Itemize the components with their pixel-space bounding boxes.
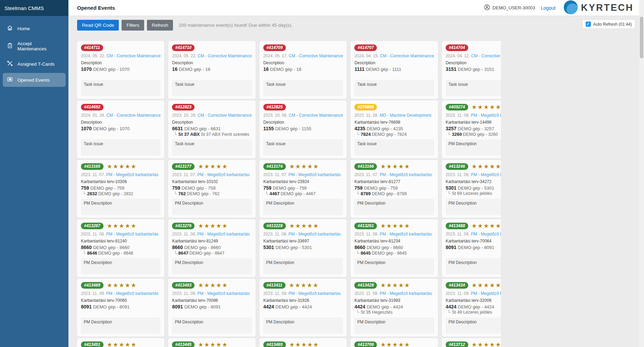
scrollbar-thumb[interactable] <box>640 17 643 58</box>
event-type-link[interactable]: PM - Megelőző karbantartás <box>471 172 501 177</box>
event-id-badge: #413434 <box>446 282 468 289</box>
machine-name: DEMO gép - 8091 <box>93 304 130 309</box>
event-card-head: #413174★★★★★ <box>263 163 343 170</box>
event-id-badge: #412825 <box>263 104 286 110</box>
event-id-badge: #413493 <box>172 282 195 289</box>
event-card[interactable]: #409274★★★★★2023. 11. 06. PM - Megelőző … <box>442 100 501 158</box>
event-machine-line: 759DEMO gép - 759 <box>354 185 434 191</box>
event-type-link[interactable]: PM - Megelőző karbantartás <box>380 291 432 296</box>
filters-button[interactable]: Filters <box>122 20 144 31</box>
read-qr-code-button[interactable]: Read QR Code <box>77 20 119 31</box>
event-card[interactable]: #413166★★★★★2023. 11. 07. PM - Megelőző … <box>350 160 438 218</box>
sidebar-item-assigned-t-cards[interactable]: Assigned T-Cards <box>3 57 66 71</box>
event-card[interactable]: #413445★★★★★2023. 11. 09. PM - Megelőző … <box>168 338 255 347</box>
event-card[interactable]: #413174★★★★★2023. 11. 07. PM - Megelőző … <box>259 160 347 218</box>
refresh-button[interactable]: Refresh <box>147 20 173 31</box>
event-type-link[interactable]: CM - Corrective Maintenance <box>198 53 252 58</box>
event-id-badge: #414707 <box>354 44 377 51</box>
sidebar-nav: Home Accept Maintenances Assigned T-Card… <box>0 16 68 92</box>
event-description-label: Karbantartási terv-81249 <box>172 239 251 243</box>
event-type-link[interactable]: PM - Megelőző karbantartás <box>380 232 432 237</box>
event-card[interactable]: #4128232023. 10. 28. CM - Corrective Mai… <box>168 100 255 158</box>
sidebar-item-accept-maintenances[interactable]: Accept Maintenances <box>3 38 66 55</box>
event-type-link[interactable]: CM - Corrective Maintenance <box>106 113 160 118</box>
event-card[interactable]: #413411★★★★★2023. 11. 09. PM - Megelőző … <box>259 279 347 337</box>
event-date: 2024. 01. 24. <box>81 113 106 118</box>
sidebar-item-home[interactable]: Home <box>3 22 66 35</box>
event-card[interactable]: #4147092024. 05. 17. CM - Corrective Mai… <box>259 41 347 99</box>
event-type-link[interactable]: CM - Corrective Maintenance <box>289 113 343 118</box>
event-type-link[interactable]: PM - Megelőző karbantartás <box>471 232 501 237</box>
event-card-head: #413706★★★★★ <box>354 341 434 347</box>
event-card[interactable]: #4147102024. 05. 22. CM - Corrective Mai… <box>168 41 255 99</box>
sidebar-item-label: Assigned T-Cards <box>17 61 55 67</box>
event-type-link[interactable]: MD - Machine Development <box>380 113 431 118</box>
event-date: 2023. 11. 09. <box>354 291 380 296</box>
event-date: 2023. 11. 09. <box>81 291 106 296</box>
event-card[interactable]: #413493★★★★★2023. 11. 09. PM - Megelőző … <box>168 279 255 337</box>
auto-refresh-checkbox[interactable] <box>586 22 591 27</box>
event-type-link[interactable]: PM - Megelőző karbantartás <box>106 291 159 296</box>
event-type-link[interactable]: PM - Megelőző karbantartás <box>471 113 501 118</box>
event-card[interactable]: #413165★★★★★2023. 11. 07. PM - Megelőző … <box>77 160 164 218</box>
event-card[interactable]: #413177★★★★★2023. 11. 07. PM - Megelőző … <box>168 160 255 218</box>
event-type-link[interactable]: PM - Megelőző karbantartás <box>471 291 501 296</box>
event-card[interactable]: #413489★★★★★2023. 11. 09. PM - Megelőző … <box>77 279 164 337</box>
event-card[interactable]: #4146922024. 01. 24. CM - Corrective Mai… <box>77 100 164 158</box>
kyrtech-logo-text: KYRTECH <box>581 2 634 13</box>
event-machine-line: 16DEMO gép - 16 <box>172 66 251 72</box>
results-message: 200 maintenance event(s) found! Due with… <box>179 23 292 28</box>
event-card[interactable]: #413246★★★★★2023. 11. 08. PM - Megelőző … <box>442 160 501 218</box>
event-machine-line: 4235DEMO gép - 4235 <box>354 126 434 131</box>
event-card[interactable]: #4128252023. 10. 06. CM - Corrective Mai… <box>259 100 347 158</box>
event-machine-line: 8660DEMO gép - 8660 <box>81 245 160 250</box>
event-card[interactable]: #413261★★★★★2023. 11. 08. PM - Megelőző … <box>350 219 438 277</box>
event-id-badge: #414710 <box>172 44 195 51</box>
event-card[interactable]: #413267★★★★★2023. 11. 08. PM - Megelőző … <box>77 219 164 277</box>
event-type-link[interactable]: PM - Megelőző karbantartás <box>197 291 250 296</box>
event-submachine-line: └3260DEMO gép - 3260 <box>446 132 501 137</box>
event-date-row: 2023. 11. 08. PM - Megelőző karbantartás <box>263 232 343 237</box>
event-type-link[interactable]: CM - Corrective Maintenance <box>471 53 501 58</box>
event-type-link[interactable]: CM - Corrective Maintenance <box>198 113 252 118</box>
machine-name: DEMO gép - 759 <box>90 185 124 191</box>
event-type-link[interactable]: PM - Megelőző karbantartás <box>288 291 341 296</box>
sidebar-item-opened-events[interactable]: Opened Events <box>3 73 66 87</box>
event-type-link[interactable]: PM - Megelőző karbantartás <box>197 172 250 177</box>
user-icon <box>484 4 490 11</box>
event-type-link[interactable]: PM - Megelőző karbantartás <box>197 232 250 237</box>
logout-link[interactable]: Logout <box>541 5 556 11</box>
event-card[interactable]: #3768992022. 11. 28. MD - Machine Develo… <box>350 100 438 158</box>
event-card[interactable]: #413488★★★★★2023. 11. 09. PM - Megelőző … <box>442 219 501 277</box>
event-type-link[interactable]: PM - Megelőző karbantartás <box>380 172 432 177</box>
event-type-link[interactable]: CM - Corrective Maintenance <box>380 53 434 58</box>
event-id-badge: #413451 <box>81 341 104 347</box>
event-type-link[interactable]: PM - Megelőző karbantartás <box>106 172 159 177</box>
event-type-link[interactable]: CM - Corrective Maintenance <box>289 53 343 58</box>
event-type-link[interactable]: CM - Corrective Maintenance <box>106 53 160 58</box>
event-footer-note: PM Description <box>446 317 501 334</box>
event-card[interactable]: #413276★★★★★2023. 11. 08. PM - Megelőző … <box>168 219 255 277</box>
event-type-link[interactable]: PM - Megelőző karbantartás <box>106 232 159 237</box>
event-type-link[interactable]: PM - Megelőző karbantartás <box>288 232 341 237</box>
event-description-label: Karbantartási terv-14496 <box>446 120 501 125</box>
event-card[interactable]: #413451★★★★★2023. 11. 09. PM - Megelőző … <box>77 338 164 347</box>
branch-icon: └ <box>174 191 177 196</box>
event-description-label: Karbantartási terv-23924 <box>263 179 343 184</box>
event-footer-note: PM Description <box>446 199 501 215</box>
event-card[interactable]: #413428★★★★★2023. 11. 09. PM - Megelőző … <box>350 279 438 337</box>
event-date: 2023. 11. 08. <box>446 172 471 177</box>
event-card[interactable]: #413465★★★★★2023. 11. 09. PM - Megelőző … <box>259 338 347 347</box>
event-card[interactable]: #4147112024. 05. 22. CM - Corrective Mai… <box>77 41 164 99</box>
event-card[interactable]: #413712★★★★★2023. 11. 10. PM - Megelőző … <box>442 338 501 347</box>
event-card[interactable]: #4147042024. 04. 12. CM - Corrective Mai… <box>442 41 501 99</box>
event-date: 2023. 11. 09. <box>446 232 471 237</box>
event-card[interactable]: #4147072024. 04. 15. CM - Corrective Mai… <box>350 41 438 99</box>
event-card-head: #413246★★★★★ <box>446 163 501 170</box>
event-date-row: 2023. 10. 28. CM - Corrective Maintenanc… <box>172 113 251 118</box>
event-type-link[interactable]: PM - Megelőző karbantartás <box>288 172 341 177</box>
event-card[interactable]: #413228★★★★★2023. 11. 08. PM - Megelőző … <box>259 219 347 277</box>
event-card[interactable]: #413434★★★★★2023. 11. 09. PM - Megelőző … <box>442 279 501 337</box>
event-footer-note: PM Description <box>81 199 160 215</box>
event-card[interactable]: #413706★★★★★2023. 11. 10. PM - Megelőző … <box>350 338 438 347</box>
